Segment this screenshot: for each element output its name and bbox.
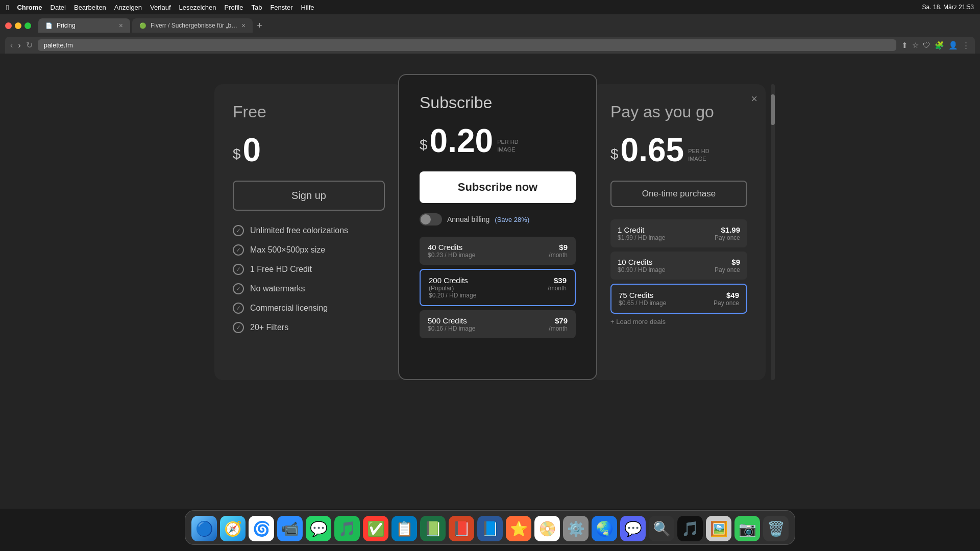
dock-reeder-icon[interactable]: ⭐ xyxy=(506,516,531,541)
billing-label: Annual billing xyxy=(447,215,489,223)
dock-powerpoint-icon[interactable]: 📕 xyxy=(449,516,474,541)
feature-unlimited: ✓ Unlimited free colorizations xyxy=(233,225,385,236)
subscribe-credit-row-40[interactable]: 40 Credits $0.23 / HD image $9 /month xyxy=(420,237,576,265)
credit-40-info: 40 Credits $0.23 / HD image xyxy=(428,243,475,259)
scrollbar[interactable] xyxy=(771,84,775,380)
menu-verlauf[interactable]: Verlauf xyxy=(150,4,170,11)
scrollbar-thumb xyxy=(771,94,775,125)
credit-200-amount: $39 xyxy=(554,276,567,285)
subscribe-per-line1: PER HD xyxy=(497,138,519,145)
paygo-credit-10-name: 10 Credits xyxy=(618,258,665,266)
menu-bar-left:  Chrome Datei Bearbeiten Anzeigen Verla… xyxy=(6,3,314,12)
free-price-display: $ 0 xyxy=(233,134,385,166)
subscribe-credit-row-200[interactable]: 200 Credits (Popular) $0.20 / HD image $… xyxy=(420,269,576,306)
dock-things-icon[interactable]: ✅ xyxy=(363,516,388,541)
credit-40-price: $9 /month xyxy=(549,243,568,259)
feature-check-icon: ✓ xyxy=(233,264,244,275)
feature-maxsize-text: Max 500×500px size xyxy=(250,245,325,255)
credit-40-name: 40 Credits xyxy=(428,243,475,252)
dock-whatsapp-icon[interactable]: 💬 xyxy=(306,516,331,541)
dock-word-icon[interactable]: 📘 xyxy=(477,516,503,541)
address-bar[interactable]: palette.fm xyxy=(38,39,896,51)
dock-browser2-icon[interactable]: 🌏 xyxy=(592,516,617,541)
paygo-credit-1-period: Pay once xyxy=(715,234,740,241)
feature-check-icon: ✓ xyxy=(233,303,244,314)
menu-anzeigen[interactable]: Anzeigen xyxy=(114,4,142,11)
dock-trash-icon[interactable]: 🗑️ xyxy=(763,516,789,541)
close-window-button[interactable] xyxy=(5,22,12,29)
reload-button[interactable]: ↻ xyxy=(26,40,33,50)
subscribe-per-line2: IMAGE xyxy=(497,146,519,153)
menu-fenster[interactable]: Fenster xyxy=(270,4,292,11)
tab-pricing[interactable]: 📄 Pricing × xyxy=(38,18,130,33)
dock-facetime-icon[interactable]: 📷 xyxy=(734,516,760,541)
signup-button[interactable]: Sign up xyxy=(233,181,385,211)
dock-zoom-icon[interactable]: 📹 xyxy=(277,516,303,541)
credit-200-name: 200 Credits xyxy=(429,276,476,285)
dock-finder-icon[interactable]: 🔵 xyxy=(191,516,217,541)
tab-pricing-title: Pricing xyxy=(57,22,115,29)
dock-excel-icon[interactable]: 📗 xyxy=(420,516,446,541)
shield-icon[interactable]: 🛡 xyxy=(923,41,930,49)
fullscreen-window-button[interactable] xyxy=(24,22,31,29)
profile-icon[interactable]: 👤 xyxy=(948,41,958,50)
tab-pricing-close-icon[interactable]: × xyxy=(119,21,123,30)
menu-datei[interactable]: Datei xyxy=(51,4,66,11)
tab-fiverr-favicon: 🟢 xyxy=(139,22,146,29)
subscribe-credit-row-500[interactable]: 500 Credits $0.16 / HD image $79 /month xyxy=(420,310,576,338)
paygo-credit-row-10[interactable]: 10 Credits $0.90 / HD image $9 Pay once xyxy=(610,252,747,280)
free-price-dollar: $ xyxy=(233,146,241,162)
close-button[interactable]: × xyxy=(751,92,757,106)
content-area: Free $ 0 Sign up ✓ Unlimited free colori… xyxy=(0,54,980,509)
paygo-price-main: 0.65 xyxy=(621,134,684,166)
annual-billing-toggle[interactable] xyxy=(420,213,442,226)
tab-fiverr-close-icon[interactable]: × xyxy=(241,21,246,30)
menu-dots-icon[interactable]: ⋮ xyxy=(962,41,970,50)
apple-logo-icon[interactable]:  xyxy=(6,3,9,12)
paygo-credit-75-info: 75 Credits $0.65 / HD image xyxy=(619,291,666,307)
menu-bearbeiten[interactable]: Bearbeiten xyxy=(74,4,106,11)
paygo-credit-row-1[interactable]: 1 Credit $1.99 / HD image $1.99 Pay once xyxy=(610,219,747,247)
extensions-icon[interactable]: 🧩 xyxy=(935,41,944,50)
billing-toggle-row: Annual billing (Save 28%) xyxy=(420,213,576,226)
menu-datetime: Sa. 18. März 21:53 xyxy=(922,4,974,11)
bookmark-icon[interactable]: ☆ xyxy=(912,41,919,50)
feature-nowatermark: ✓ No watermarks xyxy=(233,283,385,294)
minimize-window-button[interactable] xyxy=(15,22,21,29)
paygo-price-per: PER HD IMAGE xyxy=(688,147,709,162)
subscribe-price-display: $ 0.20 PER HD IMAGE xyxy=(420,124,576,157)
free-plan-card: Free $ 0 Sign up ✓ Unlimited free colori… xyxy=(214,84,403,380)
dock-spotify-icon[interactable]: 🎵 xyxy=(334,516,360,541)
back-button[interactable]: ‹ xyxy=(10,41,13,50)
dock-trello-icon[interactable]: 📋 xyxy=(391,516,417,541)
menu-app[interactable]: Chrome xyxy=(17,4,42,11)
subscribe-now-button[interactable]: Subscribe now xyxy=(420,171,576,203)
tab-fiverr[interactable]: 🟢 Fiverr / Suchergebnisse für „b… × xyxy=(132,18,253,33)
feature-commercial: ✓ Commercial licensing xyxy=(233,303,385,314)
paygo-credit-row-75[interactable]: 75 Credits $0.65 / HD image $49 Pay once xyxy=(610,284,747,314)
menu-hilfe[interactable]: Hilfe xyxy=(301,4,314,11)
menu-profile[interactable]: Profile xyxy=(225,4,243,11)
dock-chrome-icon[interactable]: 🌀 xyxy=(249,516,274,541)
one-time-purchase-button[interactable]: One-time purchase xyxy=(610,181,747,207)
feature-hdcredit: ✓ 1 Free HD Credit xyxy=(233,264,385,275)
paygo-credit-1-name: 1 Credit xyxy=(618,226,665,234)
load-more-deals-button[interactable]: + Load more deals xyxy=(610,318,747,325)
paygo-credit-75-price: $49 Pay once xyxy=(714,291,739,307)
forward-button[interactable]: › xyxy=(18,41,20,50)
menu-lesezeichen[interactable]: Lesezeichen xyxy=(179,4,216,11)
paygo-credit-10-amount: $9 xyxy=(731,258,740,266)
dock-drive-icon[interactable]: 📀 xyxy=(534,516,560,541)
new-tab-button[interactable]: + xyxy=(257,20,262,31)
dock-waveform-icon[interactable]: 🎵 xyxy=(677,516,703,541)
dock-system-prefs-icon[interactable]: ⚙️ xyxy=(563,516,589,541)
free-plan-title: Free xyxy=(233,103,385,121)
paygo-credit-75-amount: $49 xyxy=(726,291,739,299)
menu-bar:  Chrome Datei Bearbeiten Anzeigen Verla… xyxy=(0,0,980,14)
dock-quickr-icon[interactable]: 🔍 xyxy=(649,516,674,541)
dock-preview-icon[interactable]: 🖼️ xyxy=(706,516,731,541)
dock-safari-icon[interactable]: 🧭 xyxy=(220,516,246,541)
menu-tab[interactable]: Tab xyxy=(251,4,262,11)
dock-discord-icon[interactable]: 💬 xyxy=(620,516,646,541)
share-icon[interactable]: ⬆ xyxy=(901,41,908,50)
